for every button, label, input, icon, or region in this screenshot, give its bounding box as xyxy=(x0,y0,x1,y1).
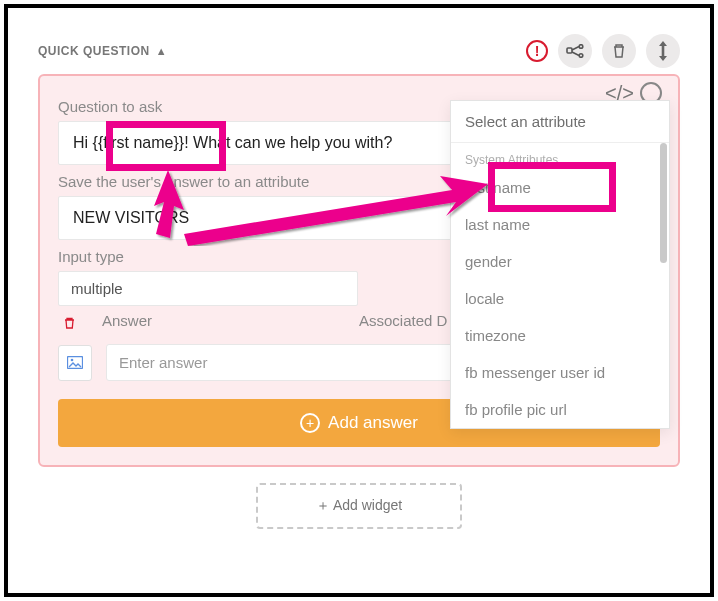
answer-header-label: Answer xyxy=(102,312,345,334)
input-type-value: multiple xyxy=(71,280,123,297)
svg-rect-0 xyxy=(567,48,572,53)
plus-circle-icon: + xyxy=(300,413,320,433)
section-title-text: QUICK QUESTION xyxy=(38,44,150,58)
top-actions: ! xyxy=(526,34,680,68)
svg-point-5 xyxy=(71,359,74,362)
section-title[interactable]: QUICK QUESTION ▲ xyxy=(38,44,167,58)
annotation-highlight-first-name xyxy=(488,162,616,212)
answer-input[interactable]: Enter answer xyxy=(106,344,492,381)
plus-icon: ＋ xyxy=(316,497,333,513)
trash-icon[interactable] xyxy=(602,34,636,68)
dropdown-search[interactable]: Select an attribute xyxy=(451,101,669,143)
svg-point-2 xyxy=(579,54,583,58)
scrollbar-thumb[interactable] xyxy=(660,143,667,263)
dropdown-item-fb-pic[interactable]: fb profile pic url xyxy=(451,391,669,428)
dropdown-item-timezone[interactable]: timezone xyxy=(451,317,669,354)
app-frame: QUICK QUESTION ▲ ! </> Question to ask H… xyxy=(4,4,714,597)
annotation-highlight-token xyxy=(106,121,226,171)
svg-rect-3 xyxy=(662,46,665,56)
alert-icon[interactable]: ! xyxy=(526,40,548,62)
dropdown-item-fb-id[interactable]: fb messenger user id xyxy=(451,354,669,391)
svg-point-1 xyxy=(579,45,583,49)
dropdown-item-locale[interactable]: locale xyxy=(451,280,669,317)
image-icon[interactable] xyxy=(58,345,92,381)
answer-placeholder: Enter answer xyxy=(119,354,207,371)
dropdown-item-gender[interactable]: gender xyxy=(451,243,669,280)
attribute-dropdown: Select an attribute System Attributes fi… xyxy=(450,100,670,429)
save-attribute-value: NEW VISITORS xyxy=(73,209,189,226)
question-text-prefix: Hi xyxy=(73,134,93,151)
flow-icon[interactable] xyxy=(558,34,592,68)
add-widget-button[interactable]: ＋ Add widget xyxy=(256,483,462,529)
dropdown-placeholder: Select an attribute xyxy=(465,113,586,130)
input-type-select[interactable]: multiple xyxy=(58,271,358,306)
delete-answer-icon[interactable] xyxy=(58,312,80,334)
add-answer-label: Add answer xyxy=(328,413,418,433)
header-row: QUICK QUESTION ▲ ! xyxy=(38,34,680,68)
chevron-up-icon: ▲ xyxy=(156,45,167,57)
drag-handle-icon[interactable] xyxy=(646,34,680,68)
add-widget-label: Add widget xyxy=(333,497,402,513)
